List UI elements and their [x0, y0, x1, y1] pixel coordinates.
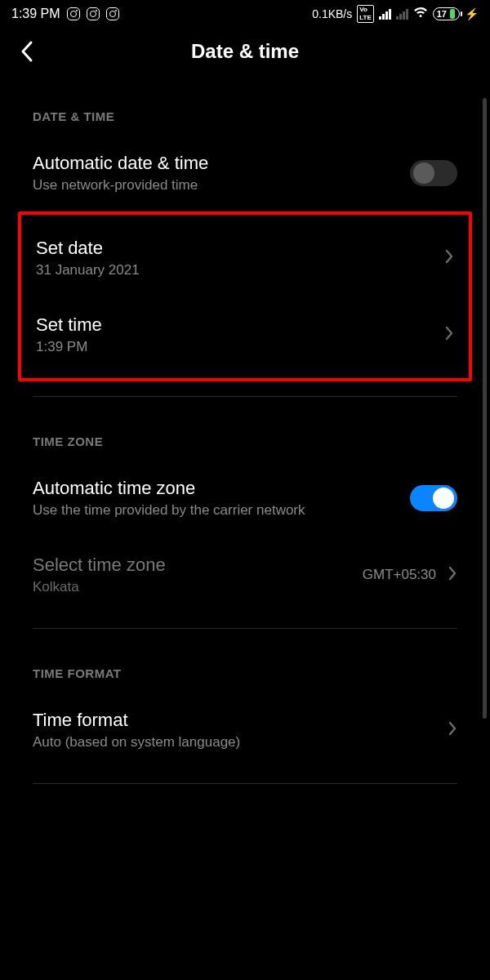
chevron-right-icon — [444, 248, 454, 268]
page-header: Date & time — [0, 26, 490, 70]
content: DATE & TIME Automatic date & time Use ne… — [0, 70, 490, 784]
highlight-annotation: Set date 31 January 2021 Set time 1:39 P… — [18, 212, 472, 381]
automatic-date-time-title: Automatic date & time — [33, 153, 208, 174]
scrollbar[interactable] — [483, 98, 487, 719]
time-format-title: Time format — [33, 710, 240, 731]
wifi-icon — [413, 7, 428, 21]
automatic-time-zone-sub: Use the time provided by the carrier net… — [33, 502, 305, 519]
chevron-right-icon — [448, 720, 457, 740]
charging-icon: ⚡ — [465, 7, 479, 20]
instagram-icon — [67, 7, 80, 20]
battery-icon: 17 — [433, 7, 460, 20]
set-time-title: Set time — [36, 314, 102, 336]
chevron-right-icon — [444, 325, 454, 345]
set-date-row[interactable]: Set date 31 January 2021 — [21, 220, 469, 296]
status-bar: 1:39 PM 0.1KB/s VoLTE 17 ⚡ — [0, 0, 490, 26]
set-time-value: 1:39 PM — [36, 339, 102, 355]
automatic-date-time-toggle[interactable] — [410, 160, 457, 186]
divider — [33, 628, 457, 629]
instagram-icon — [106, 7, 119, 20]
section-header-timeformat: TIME FORMAT — [0, 644, 490, 692]
set-time-row[interactable]: Set time 1:39 PM — [21, 296, 469, 373]
battery-level: 17 — [437, 9, 447, 19]
automatic-time-zone-title: Automatic time zone — [33, 478, 305, 499]
select-time-zone-sub: Kolkata — [33, 579, 166, 595]
status-left: 1:39 PM — [11, 7, 119, 21]
signal-icon — [379, 9, 391, 20]
back-button[interactable] — [16, 41, 38, 62]
select-time-zone-title: Select time zone — [33, 555, 166, 576]
battery-fill-icon — [450, 9, 455, 19]
section-header-timezone: TIME ZONE — [0, 412, 490, 460]
set-date-title: Set date — [36, 238, 140, 259]
signal-icon-sim2 — [396, 9, 408, 20]
network-speed: 0.1KB/s — [312, 7, 352, 20]
select-time-zone-row: Select time zone Kolkata GMT+05:30 — [0, 537, 490, 613]
automatic-date-time-sub: Use network-provided time — [33, 177, 208, 194]
select-time-zone-value: GMT+05:30 — [363, 567, 436, 583]
status-right: 0.1KB/s VoLTE 17 ⚡ — [312, 5, 479, 23]
volte-icon: VoLTE — [357, 5, 374, 23]
page-title: Date & time — [191, 40, 299, 63]
automatic-time-zone-row[interactable]: Automatic time zone Use the time provide… — [0, 460, 490, 537]
time-format-sub: Auto (based on system language) — [33, 734, 240, 751]
divider — [33, 783, 457, 784]
section-header-datetime: DATE & TIME — [0, 87, 490, 135]
divider — [33, 396, 457, 397]
status-time: 1:39 PM — [11, 7, 60, 21]
automatic-time-zone-toggle[interactable] — [410, 485, 457, 511]
automatic-date-time-row[interactable]: Automatic date & time Use network-provid… — [0, 135, 490, 212]
instagram-icon — [87, 7, 100, 20]
time-format-row[interactable]: Time format Auto (based on system langua… — [0, 692, 490, 768]
chevron-right-icon — [448, 565, 457, 585]
set-date-value: 31 January 2021 — [36, 262, 140, 278]
